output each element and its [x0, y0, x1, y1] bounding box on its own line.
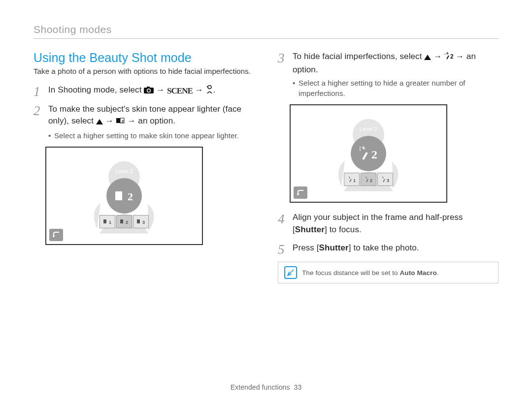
step-5-b: ] to take the photo. [349, 243, 419, 252]
arrow-1b: → [195, 85, 206, 94]
svg-rect-1 [147, 87, 150, 88]
svg-point-3 [148, 90, 150, 92]
level-option-2[interactable]: 2 [116, 215, 132, 228]
step-4-shutter: Shutter [295, 225, 325, 234]
up-triangle-icon [424, 52, 431, 64]
face-retouch-icon: 2 [444, 52, 453, 64]
level-option-3[interactable]: 3 [133, 215, 149, 228]
level-selector: 1 2 3 [344, 173, 393, 186]
level-badge: Level 2 [115, 168, 133, 174]
arrow-2a: → [105, 116, 116, 125]
arrow-2b: → [127, 116, 138, 125]
up-triangle-icon [96, 116, 103, 128]
steps-list-left: In Shooting mode, select → SCENE → . To … [33, 84, 254, 141]
svg-text:1: 1 [109, 220, 111, 225]
face-tone-icon: 2 [116, 116, 125, 128]
back-button[interactable] [294, 186, 307, 199]
arrow-3b: → [456, 52, 466, 61]
step-2-line2b: an option. [138, 116, 175, 125]
level-option-3[interactable]: 3 [377, 173, 393, 186]
back-button[interactable] [49, 229, 63, 241]
svg-rect-13 [120, 219, 123, 223]
page-footer: Extended functions 33 [0, 383, 532, 391]
step-2-line1: To make the subject's skin tone appear l… [48, 104, 241, 114]
step-2-line2a: only), select [48, 116, 96, 125]
camera-icon [144, 85, 154, 97]
level-selector: 1 2 3 [100, 215, 149, 228]
section-header: Shooting modes [33, 24, 499, 39]
step-3-line2: option. [293, 65, 318, 74]
footer-label: Extended functions [231, 383, 290, 391]
level-option-1[interactable]: 1 [100, 215, 115, 228]
topic-intro: Take a photo of a person with options to… [33, 67, 254, 75]
svg-text:2: 2 [450, 53, 453, 60]
step-4-b: ] to focus. [325, 225, 362, 234]
step-3: To hide facial imperfections, select → 2… [278, 51, 499, 98]
level-badge: Level 2 [360, 126, 377, 132]
step-1-text: In Shooting mode, select [48, 85, 144, 94]
left-column: Using the Beauty Shot mode Take a photo … [33, 51, 254, 283]
note-text: The focus distance will be set to Auto M… [302, 269, 439, 277]
screenshot-face-tone: 2 Level 2 1 2 3 [45, 147, 203, 245]
note-box: The focus distance will be set to Auto M… [278, 262, 499, 283]
svg-rect-15 [137, 219, 140, 223]
level-option-1[interactable]: 1 [344, 173, 360, 186]
step-2-sublist: Select a higher setting to make skin ton… [48, 130, 254, 141]
svg-text:2: 2 [370, 178, 372, 183]
svg-text:2: 2 [126, 220, 128, 225]
svg-text:2: 2 [121, 119, 124, 123]
svg-text:2: 2 [371, 148, 377, 161]
right-column: To hide facial imperfections, select → 2… [278, 51, 499, 283]
steps-list-right: To hide facial imperfections, select → 2… [278, 51, 499, 98]
step-3-line1b: an [466, 52, 476, 61]
step-4: Align your subject in the frame and half… [278, 212, 499, 236]
arrow-3a: → [433, 52, 444, 61]
back-arrow-icon [297, 189, 304, 196]
manual-page: Shooting modes Using the Beauty Shot mod… [0, 0, 532, 401]
svg-rect-5 [116, 118, 120, 123]
note-bold: Auto Macro [400, 269, 437, 277]
face-retouch-dial-icon: 2 [358, 145, 379, 162]
step-2: To make the subject's skin tone appear l… [33, 103, 254, 141]
svg-rect-9 [115, 191, 122, 200]
note-icon [284, 266, 297, 279]
level-option-2[interactable]: 2 [361, 173, 376, 186]
step-1: In Shooting mode, select → SCENE → . [33, 84, 254, 97]
arrow-1a: → [156, 85, 167, 94]
note-text-a: The focus distance will be set to [302, 269, 400, 277]
steps-list-right-2: Align your subject in the frame and half… [278, 212, 499, 254]
beauty-mode-icon [206, 85, 213, 97]
svg-text:2: 2 [128, 190, 133, 203]
svg-point-4 [208, 86, 211, 89]
svg-text:3: 3 [387, 178, 389, 183]
step-3-sublist: Select a higher setting to hide a greate… [293, 78, 499, 98]
screenshot-face-retouch: 2 Level 2 1 2 3 [290, 104, 447, 203]
note-text-b: . [437, 269, 439, 277]
step-5-a: Press [ [293, 243, 319, 252]
face-tone-dial-icon: 2 [114, 188, 134, 203]
footer-page-number: 33 [294, 383, 302, 391]
center-dial: 2 [351, 136, 386, 171]
step-2-sub1: Select a higher setting to make skin ton… [48, 130, 254, 141]
svg-rect-11 [103, 219, 106, 223]
scene-icon: SCENE [167, 85, 193, 97]
step-3-line1a: To hide facial imperfections, select [293, 52, 424, 61]
topic-title: Using the Beauty Shot mode [33, 51, 254, 65]
step-5-shutter: Shutter [319, 243, 349, 252]
svg-text:3: 3 [142, 220, 145, 225]
two-column-layout: Using the Beauty Shot mode Take a photo … [33, 51, 499, 283]
center-dial: 2 [106, 178, 142, 214]
svg-text:1: 1 [353, 178, 356, 183]
step-5: Press [Shutter] to take the photo. [278, 242, 499, 254]
back-arrow-icon [52, 231, 60, 238]
step-3-sub1: Select a higher setting to hide a greate… [293, 78, 499, 98]
